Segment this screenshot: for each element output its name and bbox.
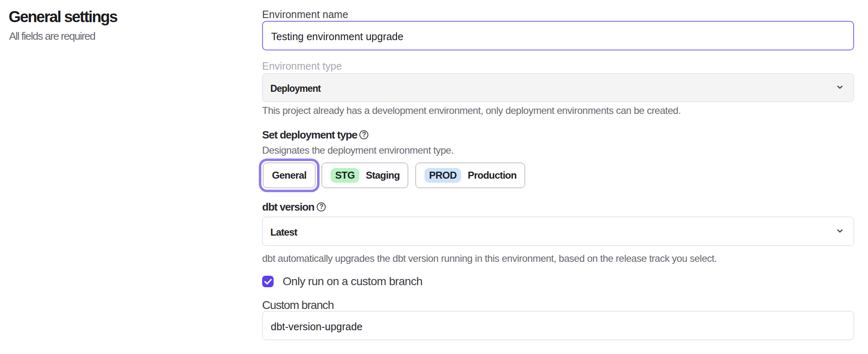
svg-text:?: ? [362,131,366,138]
svg-text:?: ? [320,203,323,210]
